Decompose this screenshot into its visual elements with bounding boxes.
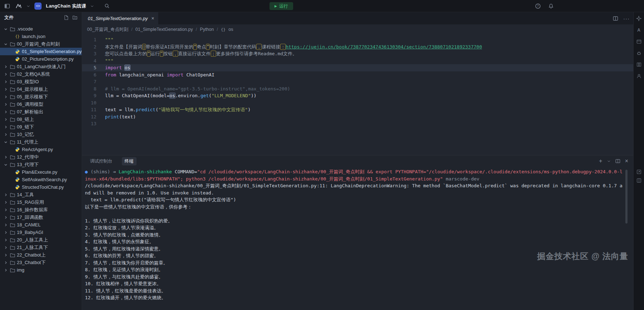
- chevron-right-icon[interactable]: [4, 223, 8, 227]
- tab-simpletextgeneration[interactable]: 01_SimpleTextGeneration.py ×: [82, 12, 159, 24]
- chevron-right-icon[interactable]: [4, 216, 8, 219]
- tree-folder-02_文档QA系统[interactable]: 02_文档QA系统: [0, 70, 82, 78]
- code-token: """: [105, 37, 113, 42]
- open-in-editor-icon[interactable]: [636, 169, 641, 174]
- code-link[interactable]: https://juejin.cn/book/73877023474361303…: [286, 44, 482, 50]
- tree-file-Plan&Execute.py[interactable]: Plan&Execute.py: [0, 168, 82, 176]
- chevron-right-icon[interactable]: [4, 88, 8, 91]
- split-panel-icon[interactable]: [636, 178, 641, 183]
- tree-folder-14_工具[interactable]: 14_工具: [0, 191, 82, 198]
- chevron-right-icon[interactable]: [4, 95, 8, 99]
- preview-icon[interactable]: [636, 39, 641, 44]
- user-icon[interactable]: [636, 74, 641, 79]
- new-file-icon[interactable]: [64, 15, 69, 20]
- tree-folder-17_回调函数[interactable]: 17_回调函数: [0, 213, 82, 221]
- split-terminal-icon[interactable]: [615, 159, 620, 164]
- tree-file-ReActAgent.py[interactable]: ReActAgent.py: [0, 146, 82, 153]
- tree-folder-22_Chatbot上[interactable]: 22_Chatbot上: [0, 251, 82, 259]
- chevron-right-icon[interactable]: [4, 193, 8, 197]
- tab-debug-console[interactable]: 调试控制台: [87, 157, 115, 165]
- chevron-right-icon[interactable]: [4, 118, 8, 121]
- tree-folder-13_代理下[interactable]: 13_代理下: [0, 161, 82, 168]
- tree-folder-18_CAMEL[interactable]: 18_CAMEL: [0, 221, 82, 229]
- tree-folder-12_代理中[interactable]: 12_代理中: [0, 153, 82, 161]
- bell-icon[interactable]: [547, 3, 554, 10]
- sidebar-toggle-icon[interactable]: [4, 3, 11, 10]
- chevron-right-icon[interactable]: [4, 261, 8, 264]
- chevron-right-icon[interactable]: [4, 80, 8, 84]
- tree-file-launch.json[interactable]: {}launch.json: [0, 33, 82, 40]
- breadcrumb-symbol[interactable]: os: [228, 27, 233, 32]
- chevron-down-icon[interactable]: [4, 27, 8, 31]
- tree-file-StructedToolChat.py[interactable]: StructedToolChat.py: [0, 183, 82, 191]
- tree-folder-00_开篇词_奇点时刻[interactable]: 00_开篇词_奇点时刻: [0, 40, 82, 48]
- terminal-scrollbar[interactable]: [625, 170, 628, 224]
- chevron-right-icon[interactable]: [4, 208, 8, 212]
- split-editor-icon[interactable]: [613, 16, 618, 21]
- line-number: 4: [82, 57, 96, 65]
- tree-item-label: 12_代理中: [17, 154, 39, 160]
- chevron-down-icon[interactable]: [4, 140, 8, 144]
- code-editor[interactable]: 1"""2本文件是【开篇词|带你亲证AI应用开发的“奇点”时刻】章节的配套代码，…: [82, 34, 633, 155]
- tree-folder-03_模型IO[interactable]: 03_模型IO: [0, 78, 82, 85]
- chevron-down-icon[interactable]: [4, 163, 8, 166]
- tree-folder-.vscode[interactable]: .vscode: [0, 25, 82, 33]
- chevron-right-icon[interactable]: [4, 155, 8, 159]
- collapse-folders-icon[interactable]: [72, 15, 77, 20]
- tree-folder-04_提示模板上[interactable]: 04_提示模板上: [0, 85, 82, 93]
- tree-folder-16_操作数据库[interactable]: 16_操作数据库: [0, 206, 82, 213]
- close-icon[interactable]: ×: [151, 15, 154, 21]
- breadcrumb-language[interactable]: Python: [200, 27, 214, 32]
- logo-chevron-down-icon[interactable]: [27, 4, 30, 8]
- chevron-right-icon[interactable]: [4, 103, 8, 106]
- tree-folder-21_人脉工具下[interactable]: 21_人脉工具下: [0, 244, 82, 251]
- tree-folder-img[interactable]: img: [0, 266, 82, 274]
- ide-logo-icon[interactable]: [15, 3, 22, 10]
- terminal-chevron-down-icon[interactable]: [607, 159, 611, 163]
- close-panel-icon[interactable]: ×: [625, 158, 628, 164]
- tree-item-label: 18_CAMEL: [17, 222, 40, 227]
- new-terminal-icon[interactable]: +: [599, 158, 602, 164]
- chevron-right-icon[interactable]: [4, 72, 8, 76]
- breadcrumb-file[interactable]: 01_SimpleTextGeneration.py: [135, 27, 193, 32]
- chevron-right-icon[interactable]: [4, 246, 8, 249]
- breadcrumb-folder[interactable]: 00_开篇词_奇点时刻: [87, 27, 128, 33]
- tree-folder-06_调用模型[interactable]: 06_调用模型: [0, 100, 82, 108]
- chevron-right-icon[interactable]: [4, 201, 8, 204]
- more-actions-icon[interactable]: ···: [623, 15, 630, 22]
- tree-folder-05_提示模板下[interactable]: 05_提示模板下: [0, 93, 82, 100]
- terminal-output[interactable]: ● (shims) ⇒ LangChain-shizhanke COMMAND=…: [82, 167, 633, 301]
- tree-folder-19_BabyAGI[interactable]: 19_BabyAGI: [0, 229, 82, 236]
- tree-folder-15_RAG应用[interactable]: 15_RAG应用: [0, 198, 82, 206]
- chevron-right-icon[interactable]: [4, 125, 8, 129]
- tree-file-02_PictureDescription.py[interactable]: 02_PictureDescription.py: [0, 55, 82, 63]
- tree-folder-08_链上[interactable]: 08_链上: [0, 116, 82, 123]
- search-icon[interactable]: [103, 3, 110, 10]
- help-icon[interactable]: ?: [534, 3, 542, 10]
- run-button[interactable]: ▶ 运行: [269, 2, 293, 10]
- chevron-right-icon[interactable]: [4, 110, 8, 114]
- debug-icon[interactable]: [636, 51, 641, 56]
- chevron-right-icon[interactable]: [4, 231, 8, 234]
- tree-file-01_SimpleTextGeneration.py[interactable]: 01_SimpleTextGeneration.py: [0, 48, 82, 55]
- tree-folder-11_代理上[interactable]: 11_代理上: [0, 138, 82, 146]
- chevron-down-icon[interactable]: [4, 42, 8, 46]
- tree-folder-10_记忆[interactable]: 10_记忆: [0, 131, 82, 138]
- tree-folder-20_人脉工具上[interactable]: 20_人脉工具上: [0, 236, 82, 244]
- translate-icon[interactable]: A: [637, 28, 640, 33]
- chevron-right-icon[interactable]: [4, 253, 8, 257]
- chevron-right-icon[interactable]: [4, 133, 8, 136]
- chevron-right-icon[interactable]: [4, 268, 8, 272]
- chevron-right-icon[interactable]: [4, 238, 8, 242]
- tree-folder-23_Chatbot下[interactable]: 23_Chatbot下: [0, 259, 82, 266]
- ai-assistant-icon[interactable]: [636, 16, 641, 21]
- workspace-title[interactable]: LangChain 实战课: [46, 3, 86, 9]
- workspace-chevron-down-icon[interactable]: [90, 4, 94, 8]
- tree-folder-09_链下[interactable]: 09_链下: [0, 123, 82, 131]
- tab-terminal[interactable]: 终端: [122, 157, 137, 165]
- book-icon[interactable]: [636, 62, 641, 67]
- chevron-right-icon[interactable]: [4, 65, 8, 69]
- tree-file-SelfAskwithSearch.py[interactable]: SelfAskwithSearch.py: [0, 176, 82, 183]
- tree-folder-01_LangChain快速入门[interactable]: 01_LangChain快速入门: [0, 63, 82, 70]
- tree-folder-07_解析输出[interactable]: 07_解析输出: [0, 108, 82, 116]
